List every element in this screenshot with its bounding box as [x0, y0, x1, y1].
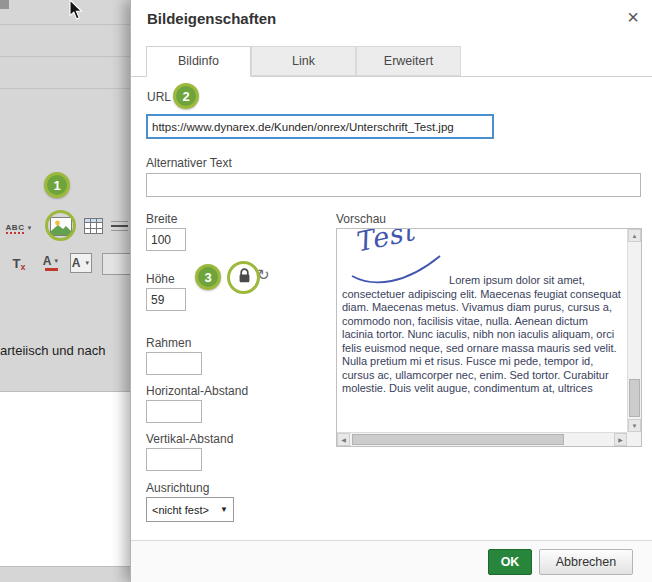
cursor-arrow-icon [69, 0, 83, 21]
color-swatch [45, 268, 58, 271]
remove-format-icon: T [13, 257, 21, 270]
background-color-icon: A [72, 257, 81, 269]
vspace-label: Vertikal-Abstand [146, 432, 233, 446]
scroll-right-icon[interactable]: ▶ [614, 433, 627, 446]
preview-box: Test Lorem ipsum dolor sit amet, consect… [336, 228, 642, 447]
hspace-input[interactable] [146, 400, 202, 423]
editor-text: arteiisch und nach [0, 343, 106, 358]
insert-table-button[interactable] [84, 218, 103, 234]
spellcheck-icon: ABC [6, 223, 25, 234]
step-2-badge: 2 [173, 83, 199, 109]
table-icon [84, 218, 103, 234]
text-color-button[interactable]: A ▼ [38, 252, 64, 274]
alignment-select[interactable]: <nicht fest> ▼ [146, 497, 234, 522]
screen: ABC ▼ [0, 0, 652, 582]
signature-flourish [344, 240, 444, 288]
vspace-input[interactable] [146, 448, 202, 471]
border-input[interactable] [146, 352, 202, 375]
scroll-down-icon[interactable]: ▼ [628, 419, 641, 432]
alignment-label: Ausrichtung [146, 481, 209, 495]
horizontal-scrollbar[interactable]: ◀ ▶ [337, 432, 627, 446]
chevron-down-icon: ▼ [53, 258, 59, 264]
url-label: URL [147, 90, 171, 104]
lock-highlight-ring [227, 261, 260, 294]
tab-link[interactable]: Link [251, 46, 356, 76]
alt-text-label: Alternativer Text [146, 156, 232, 170]
toolbar-divider [0, 24, 131, 25]
horizontal-scroll-thumb[interactable] [352, 434, 564, 445]
vertical-scrollbar[interactable]: ▲ ▼ [627, 229, 641, 432]
horizontal-rule-icon [110, 218, 129, 234]
scroll-corner [0, 0, 9, 9]
mouse-cursor [69, 0, 83, 25]
alt-text-input[interactable] [146, 173, 641, 197]
hspace-label: Horizontal-Abstand [146, 384, 248, 398]
signature-image: Test [342, 232, 446, 284]
background-color-button[interactable]: A ▼ [70, 253, 92, 273]
preview-label: Vorschau [336, 212, 386, 226]
vertical-scroll-thumb[interactable] [629, 379, 640, 417]
width-input[interactable] [146, 228, 186, 251]
alignment-value: <nicht fest> [152, 504, 209, 516]
close-icon[interactable]: × [627, 6, 639, 28]
editor-pane: ABC ▼ [0, 0, 131, 582]
scroll-left-icon[interactable]: ◀ [337, 433, 350, 446]
ok-button[interactable]: OK [488, 549, 532, 575]
tab-bildinfo[interactable]: Bildinfo [146, 46, 251, 77]
dialog-footer: OK Abbrechen [131, 540, 652, 582]
horizontal-rule-button[interactable] [110, 218, 129, 234]
border-label: Rahmen [146, 336, 191, 350]
image-properties-dialog: Bildeigenschaften × Bildinfo Link Erweit… [130, 0, 652, 582]
editor-content-panel[interactable] [0, 391, 131, 567]
preview-content: Test Lorem ipsum dolor sit amet, consect… [337, 229, 626, 431]
remove-format-button[interactable]: Tx [8, 253, 30, 273]
toolbar-button-partial[interactable] [102, 253, 132, 275]
step-1-badge: 1 [44, 172, 70, 198]
scrollbar-corner [627, 432, 641, 446]
width-label: Breite [146, 212, 177, 226]
height-input[interactable] [146, 288, 186, 311]
toolbar-divider [0, 56, 131, 57]
step-3-badge: 3 [195, 264, 221, 290]
chevron-down-icon: ▼ [26, 225, 32, 231]
image-button-highlight-ring [45, 210, 76, 241]
cancel-button[interactable]: Abbrechen [539, 549, 633, 575]
height-label: Höhe [146, 272, 175, 286]
spellcheck-button[interactable]: ABC ▼ [2, 216, 36, 240]
tab-erweitert[interactable]: Erweitert [356, 46, 461, 76]
preview-text: Lorem ipsum dolor sit amet, consectetuer… [342, 274, 621, 394]
dialog-title: Bildeigenschaften [147, 10, 276, 27]
toolbar-divider [0, 88, 131, 89]
remove-format-x: x [20, 262, 25, 272]
url-input[interactable] [146, 114, 494, 139]
text-color-icon: A [43, 255, 52, 267]
chevron-down-icon: ▼ [84, 260, 90, 266]
scroll-up-icon[interactable]: ▲ [628, 229, 641, 242]
tab-strip: Bildinfo Link Erweitert [131, 46, 652, 77]
chevron-down-icon: ▼ [220, 505, 228, 514]
